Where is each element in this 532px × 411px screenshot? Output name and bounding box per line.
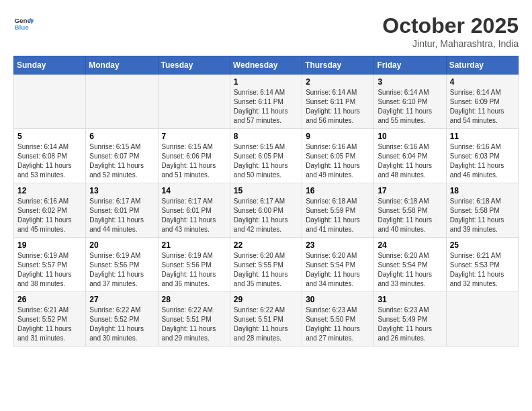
month-title: October 2025 [382,13,519,38]
table-row: 13Sunrise: 6:17 AM Sunset: 6:01 PM Dayli… [86,183,158,238]
day-number: 5 [17,132,82,141]
day-number: 28 [162,295,226,304]
day-number: 26 [17,295,82,304]
table-row: 16Sunrise: 6:18 AM Sunset: 5:59 PM Dayli… [302,183,374,238]
day-number: 4 [450,77,515,87]
day-number: 29 [234,295,298,304]
day-info: Sunrise: 6:16 AM Sunset: 6:03 PM Dayligh… [450,142,515,180]
day-number: 24 [378,240,442,250]
table-row [158,75,230,129]
day-info: Sunrise: 6:15 AM Sunset: 6:07 PM Dayligh… [89,142,154,180]
day-number: 25 [450,240,515,250]
table-row: 31Sunrise: 6:23 AM Sunset: 5:49 PM Dayli… [374,292,446,347]
day-number: 2 [306,77,370,87]
day-number: 10 [378,132,442,141]
day-info: Sunrise: 6:23 AM Sunset: 5:50 PM Dayligh… [306,306,370,343]
day-number: 14 [162,186,226,195]
day-info: Sunrise: 6:19 AM Sunset: 5:56 PM Dayligh… [162,251,226,289]
page-header: General Blue October 2025 Jintur, Mahara… [13,13,519,49]
table-row: 9Sunrise: 6:16 AM Sunset: 6:05 PM Daylig… [302,129,374,183]
day-number: 18 [450,186,515,195]
day-number: 8 [234,132,298,141]
calendar-header-row: Sunday Monday Tuesday Wednesday Thursday… [14,56,519,75]
day-number: 31 [378,295,442,304]
day-number: 22 [234,240,298,250]
table-row: 19Sunrise: 6:19 AM Sunset: 5:57 PM Dayli… [14,238,86,292]
calendar-week-row: 19Sunrise: 6:19 AM Sunset: 5:57 PM Dayli… [14,238,519,292]
table-row: 29Sunrise: 6:22 AM Sunset: 5:51 PM Dayli… [230,292,302,347]
table-row: 18Sunrise: 6:18 AM Sunset: 5:58 PM Dayli… [446,183,518,238]
header-sunday: Sunday [14,56,86,75]
calendar-week-row: 5Sunrise: 6:14 AM Sunset: 6:08 PM Daylig… [14,129,519,183]
day-number: 12 [17,186,82,195]
day-info: Sunrise: 6:19 AM Sunset: 5:57 PM Dayligh… [17,251,82,289]
table-row: 23Sunrise: 6:20 AM Sunset: 5:54 PM Dayli… [302,238,374,292]
table-row: 12Sunrise: 6:16 AM Sunset: 6:02 PM Dayli… [14,183,86,238]
day-info: Sunrise: 6:21 AM Sunset: 5:53 PM Dayligh… [450,251,515,289]
calendar-week-row: 12Sunrise: 6:16 AM Sunset: 6:02 PM Dayli… [14,183,519,238]
day-number: 20 [89,240,154,250]
day-number: 30 [306,295,370,304]
day-info: Sunrise: 6:21 AM Sunset: 5:52 PM Dayligh… [17,306,82,343]
table-row: 1Sunrise: 6:14 AM Sunset: 6:11 PM Daylig… [230,75,302,129]
table-row: 3Sunrise: 6:14 AM Sunset: 6:10 PM Daylig… [374,75,446,129]
day-info: Sunrise: 6:18 AM Sunset: 5:58 PM Dayligh… [378,197,442,234]
day-number: 1 [234,77,298,87]
day-info: Sunrise: 6:22 AM Sunset: 5:51 PM Dayligh… [162,306,226,343]
table-row: 8Sunrise: 6:15 AM Sunset: 6:05 PM Daylig… [230,129,302,183]
logo-icon: General Blue [13,13,34,34]
table-row: 6Sunrise: 6:15 AM Sunset: 6:07 PM Daylig… [86,129,158,183]
table-row: 10Sunrise: 6:16 AM Sunset: 6:04 PM Dayli… [374,129,446,183]
table-row: 14Sunrise: 6:17 AM Sunset: 6:01 PM Dayli… [158,183,230,238]
table-row: 20Sunrise: 6:19 AM Sunset: 5:56 PM Dayli… [86,238,158,292]
day-info: Sunrise: 6:22 AM Sunset: 5:51 PM Dayligh… [234,306,298,343]
day-info: Sunrise: 6:19 AM Sunset: 5:56 PM Dayligh… [89,251,154,289]
day-info: Sunrise: 6:14 AM Sunset: 6:09 PM Dayligh… [450,88,515,126]
table-row: 26Sunrise: 6:21 AM Sunset: 5:52 PM Dayli… [14,292,86,347]
svg-text:Blue: Blue [15,24,30,31]
day-info: Sunrise: 6:18 AM Sunset: 5:58 PM Dayligh… [450,197,515,234]
day-info: Sunrise: 6:23 AM Sunset: 5:49 PM Dayligh… [378,306,442,343]
calendar-week-row: 1Sunrise: 6:14 AM Sunset: 6:11 PM Daylig… [14,75,519,129]
day-info: Sunrise: 6:20 AM Sunset: 5:54 PM Dayligh… [378,251,442,289]
day-number: 15 [234,186,298,195]
title-block: October 2025 Jintur, Maharashtra, India [382,13,519,49]
day-number: 27 [89,295,154,304]
table-row: 11Sunrise: 6:16 AM Sunset: 6:03 PM Dayli… [446,129,518,183]
day-number: 9 [306,132,370,141]
header-saturday: Saturday [446,56,518,75]
day-number: 11 [450,132,515,141]
day-info: Sunrise: 6:20 AM Sunset: 5:55 PM Dayligh… [234,251,298,289]
table-row: 7Sunrise: 6:15 AM Sunset: 6:06 PM Daylig… [158,129,230,183]
header-friday: Friday [374,56,446,75]
table-row: 5Sunrise: 6:14 AM Sunset: 6:08 PM Daylig… [14,129,86,183]
table-row: 28Sunrise: 6:22 AM Sunset: 5:51 PM Dayli… [158,292,230,347]
table-row: 22Sunrise: 6:20 AM Sunset: 5:55 PM Dayli… [230,238,302,292]
day-info: Sunrise: 6:14 AM Sunset: 6:11 PM Dayligh… [234,88,298,126]
day-info: Sunrise: 6:15 AM Sunset: 6:05 PM Dayligh… [234,142,298,180]
day-number: 17 [378,186,442,195]
day-info: Sunrise: 6:14 AM Sunset: 6:11 PM Dayligh… [306,88,370,126]
table-row: 25Sunrise: 6:21 AM Sunset: 5:53 PM Dayli… [446,238,518,292]
day-info: Sunrise: 6:15 AM Sunset: 6:06 PM Dayligh… [162,142,226,180]
day-info: Sunrise: 6:16 AM Sunset: 6:04 PM Dayligh… [378,142,442,180]
day-info: Sunrise: 6:22 AM Sunset: 5:52 PM Dayligh… [89,306,154,343]
day-info: Sunrise: 6:17 AM Sunset: 6:01 PM Dayligh… [89,197,154,234]
logo: General Blue [13,13,36,34]
day-info: Sunrise: 6:14 AM Sunset: 6:08 PM Dayligh… [17,142,82,180]
day-number: 21 [162,240,226,250]
table-row: 27Sunrise: 6:22 AM Sunset: 5:52 PM Dayli… [86,292,158,347]
table-row: 15Sunrise: 6:17 AM Sunset: 6:00 PM Dayli… [230,183,302,238]
table-row [446,292,518,347]
day-info: Sunrise: 6:16 AM Sunset: 6:02 PM Dayligh… [17,197,82,234]
day-info: Sunrise: 6:14 AM Sunset: 6:10 PM Dayligh… [378,88,442,126]
table-row: 24Sunrise: 6:20 AM Sunset: 5:54 PM Dayli… [374,238,446,292]
header-wednesday: Wednesday [230,56,302,75]
day-info: Sunrise: 6:17 AM Sunset: 6:00 PM Dayligh… [234,197,298,234]
day-number: 23 [306,240,370,250]
table-row: 30Sunrise: 6:23 AM Sunset: 5:50 PM Dayli… [302,292,374,347]
day-number: 19 [17,240,82,250]
calendar-table: Sunday Monday Tuesday Wednesday Thursday… [13,56,519,347]
day-number: 3 [378,77,442,87]
table-row: 21Sunrise: 6:19 AM Sunset: 5:56 PM Dayli… [158,238,230,292]
